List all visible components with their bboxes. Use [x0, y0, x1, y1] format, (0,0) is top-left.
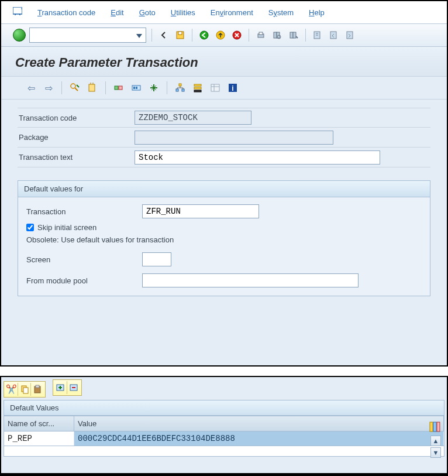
- tcode-label: Transaction code: [18, 114, 135, 122]
- scroll-buttons: ▲ ▼: [430, 436, 441, 458]
- activate-icon[interactable]: [130, 81, 143, 94]
- svg-text:i: i: [232, 84, 233, 93]
- svg-rect-23: [179, 84, 181, 86]
- menu-environment[interactable]: Environment: [211, 8, 253, 17]
- grid-title: Default Values: [4, 400, 444, 416]
- display-change-icon[interactable]: [68, 81, 81, 94]
- back-green-icon[interactable]: [198, 29, 211, 42]
- svg-rect-7: [259, 32, 263, 35]
- scroll-up-icon[interactable]: ▲: [430, 436, 441, 446]
- menu-help[interactable]: Help: [309, 8, 325, 17]
- arrow-right-icon[interactable]: ⇨: [42, 81, 55, 94]
- find-next-icon[interactable]: [287, 29, 300, 42]
- screen-input[interactable]: [142, 252, 171, 266]
- row-name[interactable]: P_REP: [4, 432, 74, 446]
- group-header: Default values for: [18, 181, 430, 197]
- skip-label: Skip initial screen: [37, 223, 97, 232]
- menu-edit[interactable]: Edit: [111, 8, 123, 17]
- cut-icon[interactable]: ✂️: [5, 383, 18, 396]
- default-values-grid-window: ✂️ Default Values Name of scr... Value P…: [0, 376, 448, 474]
- transaction-input[interactable]: [142, 204, 259, 218]
- insert-row-icon[interactable]: [54, 381, 67, 394]
- system-toolbar: [1, 24, 447, 47]
- screen-label: Screen: [25, 255, 142, 264]
- field-row-tcode: Transaction code: [18, 108, 430, 128]
- navigation-icon[interactable]: [209, 81, 222, 94]
- prev-page-icon[interactable]: [328, 29, 340, 42]
- page-title: Create Parameter Transaction: [15, 55, 435, 70]
- hierarchy-icon[interactable]: [174, 81, 187, 94]
- svg-rect-8: [274, 32, 277, 38]
- module-label: From module pool: [25, 276, 142, 285]
- first-page-icon[interactable]: [311, 29, 324, 42]
- default-values-group: Default values for Transaction Skip init…: [18, 180, 430, 296]
- separator: [192, 29, 192, 42]
- menu-system[interactable]: System: [268, 8, 294, 17]
- scroll-down-icon[interactable]: ▼: [430, 447, 441, 458]
- paste-icon[interactable]: [31, 383, 44, 396]
- field-row-screen: Screen: [25, 249, 423, 270]
- svg-rect-40: [437, 422, 440, 432]
- row-value[interactable]: 000C29CDC44D1EE6BDEFC33104DE8888: [74, 432, 444, 446]
- svg-rect-11: [290, 32, 293, 38]
- svg-point-3: [200, 31, 208, 39]
- skip-row: Skip initial screen: [25, 221, 423, 234]
- svg-rect-0: [13, 7, 22, 14]
- help-icon[interactable]: i: [226, 81, 239, 94]
- print-icon[interactable]: [254, 29, 267, 42]
- other-object-icon[interactable]: [86, 81, 99, 94]
- skip-checkbox[interactable]: [26, 224, 34, 231]
- check-icon[interactable]: [112, 81, 125, 94]
- svg-rect-28: [194, 90, 201, 92]
- save-icon[interactable]: [174, 29, 187, 42]
- ttext-input[interactable]: [135, 150, 380, 165]
- main-window: Transaction code Edit Goto Utilities Env…: [0, 0, 448, 367]
- next-page-icon[interactable]: [344, 29, 357, 42]
- delete-row-icon[interactable]: [67, 381, 80, 394]
- svg-rect-24: [176, 89, 178, 91]
- module-input[interactable]: [142, 273, 359, 287]
- svg-rect-35: [36, 385, 39, 388]
- field-row-module: From module pool: [25, 270, 423, 291]
- svg-rect-19: [119, 86, 122, 90]
- svg-rect-21: [133, 87, 135, 89]
- exit-icon[interactable]: [214, 29, 227, 42]
- copy-icon[interactable]: [18, 383, 31, 396]
- back-icon[interactable]: [157, 29, 170, 42]
- grid-col-value[interactable]: Value: [74, 416, 444, 431]
- obsolete-text: Obsolete: Use default values for transac…: [25, 234, 423, 249]
- find-icon[interactable]: [271, 29, 284, 42]
- menu-transaction-code[interactable]: Transaction code: [37, 8, 95, 17]
- grid-header: Name of scr... Value: [4, 416, 444, 432]
- package-input: [135, 131, 333, 145]
- content-area: Transaction code Package Transaction tex…: [1, 100, 447, 304]
- menu-utilities[interactable]: Utilities: [171, 8, 195, 17]
- svg-rect-18: [115, 86, 118, 90]
- object-list-icon[interactable]: [191, 81, 204, 94]
- where-used-icon[interactable]: [147, 81, 160, 94]
- menubar: Transaction code Edit Goto Utilities Env…: [1, 1, 447, 24]
- separator: [151, 29, 152, 42]
- table-row-empty[interactable]: [4, 446, 444, 457]
- layout-icon[interactable]: [429, 422, 441, 432]
- svg-rect-33: [23, 388, 28, 393]
- svg-rect-26: [194, 84, 201, 86]
- grid-col-name[interactable]: Name of scr...: [4, 416, 74, 431]
- svg-point-16: [71, 84, 75, 88]
- arrow-left-icon[interactable]: ⇦: [25, 81, 37, 94]
- svg-rect-25: [182, 89, 184, 91]
- svg-rect-22: [136, 87, 137, 89]
- field-row-package: Package: [18, 128, 430, 148]
- svg-rect-38: [430, 422, 433, 432]
- field-row-transaction: Transaction: [25, 202, 423, 221]
- screen-title-area: Create Parameter Transaction: [1, 47, 447, 77]
- separator: [61, 81, 62, 94]
- field-row-ttext: Transaction text: [18, 148, 430, 167]
- menu-goto[interactable]: Goto: [139, 8, 156, 17]
- svg-rect-17: [89, 84, 95, 91]
- command-field[interactable]: [29, 28, 146, 43]
- package-label: Package: [18, 133, 135, 142]
- table-row[interactable]: P_REP 000C29CDC44D1EE6BDEFC33104DE8888: [4, 432, 444, 446]
- enter-button[interactable]: [13, 29, 26, 42]
- cancel-icon[interactable]: [230, 29, 243, 42]
